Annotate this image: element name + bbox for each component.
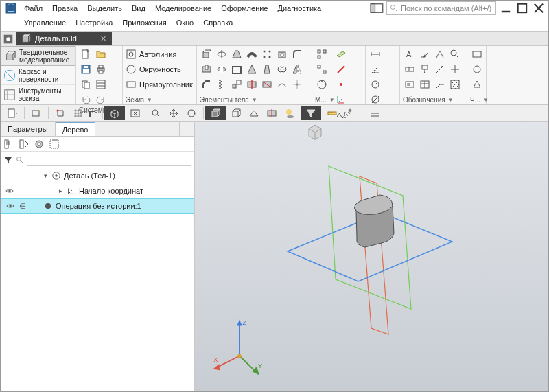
mode-solid[interactable]: Твердотельное моделирование [1,46,75,66]
viewport[interactable]: Z X Y [195,122,548,391]
hole-icon[interactable] [275,47,289,61]
tool-ch2-icon[interactable] [470,62,483,76]
view-cube[interactable] [305,122,325,142]
array3-icon[interactable] [315,78,328,91]
draft-icon[interactable] [260,62,274,76]
rotate-tool[interactable] [181,106,202,120]
cut-extrude-icon[interactable] [200,62,213,76]
home-tab-icon[interactable] [1,32,16,47]
minimize-button[interactable] [499,2,513,14]
loft-icon[interactable] [230,47,244,61]
dim-linear-icon[interactable] [369,47,382,61]
document-tab-close[interactable]: ✕ [100,34,106,43]
aux-point-icon[interactable] [334,78,348,91]
save-icon[interactable] [79,62,93,76]
array2-icon[interactable] [315,62,328,76]
measure-tool[interactable] [325,106,340,120]
axis-icon[interactable] [334,62,348,76]
curve-body-icon[interactable] [275,78,289,91]
tree-search-input[interactable] [27,154,191,166]
side-settings-icon[interactable] [179,122,194,136]
tab-tree[interactable]: Дерево [56,122,96,136]
layout-toggle-icon[interactable] [370,2,384,14]
tab-params[interactable]: Параметры [1,122,56,136]
snap-toggle[interactable] [50,106,71,120]
menu-window[interactable]: Окно [172,17,198,28]
display-style[interactable] [205,106,226,120]
note-hatch-icon[interactable] [448,78,462,91]
pan-tool[interactable] [166,106,181,120]
dim-diameter-icon[interactable] [369,93,382,106]
cut-revolve-icon[interactable] [215,62,229,76]
ortho-toggle[interactable] [86,106,101,120]
menu-diagnostics[interactable]: Диагностика [273,3,325,14]
redo-icon[interactable] [94,93,108,106]
zoom-window[interactable] [145,106,166,120]
pattern-icon[interactable] [260,47,274,61]
revolve-icon[interactable] [215,47,229,61]
copy-icon[interactable] [79,78,93,91]
note-text-icon[interactable]: A [403,47,417,61]
hlr-toggle[interactable] [226,106,246,120]
menu-view[interactable]: Вид [128,3,150,14]
menu-modeling[interactable]: Моделирование [151,3,215,14]
point-body-icon[interactable] [290,78,304,91]
section-view[interactable] [261,106,282,120]
tree-tool4-icon[interactable] [47,137,61,151]
rectangle-button[interactable]: Прямоугольник [126,78,193,91]
tree-tool3-icon[interactable] [32,137,46,151]
note-center-icon[interactable] [448,62,462,76]
open-doc-icon[interactable] [94,47,108,61]
dim-chain-icon[interactable] [369,108,382,122]
include-icon[interactable]: ∈ [17,200,28,211]
thread-icon[interactable] [215,78,229,91]
plane-icon[interactable] [334,47,348,61]
grid-toggle[interactable] [71,106,86,120]
visibility-icon[interactable] [4,185,15,196]
mirror-body-icon[interactable] [290,62,304,76]
menu-file[interactable]: Файл [20,3,47,14]
shadows-toggle[interactable] [282,106,297,120]
extrude-icon[interactable] [200,47,213,61]
note-gtol-icon[interactable] [403,62,417,76]
menu-manage[interactable]: Управление [20,17,70,28]
note-table-icon[interactable] [418,78,432,91]
sweep-icon[interactable] [245,47,259,61]
sketch-begin[interactable] [26,106,47,120]
tree-tool1-icon[interactable] [2,137,16,151]
menu-formatting[interactable]: Оформление [217,3,272,14]
menu-settings[interactable]: Настройка [71,17,117,28]
new-doc-icon[interactable] [79,47,93,61]
tool-ch3-icon[interactable] [470,78,483,91]
mode-wireframe[interactable]: Каркас и поверхности [1,66,75,85]
array-icon[interactable] [315,47,328,61]
expand-icon[interactable]: ▸ [57,187,64,194]
menu-apps[interactable]: Приложения [118,17,170,28]
zoom-fit[interactable] [125,106,145,120]
param-toggle[interactable] [2,106,23,120]
chamfer-icon[interactable] [200,78,213,91]
note-leader-icon[interactable] [433,78,447,91]
properties-icon[interactable] [94,78,108,91]
fillet-icon[interactable] [290,47,304,61]
autoline-button[interactable]: Автолиния [126,47,193,61]
scale-icon[interactable] [230,78,244,91]
tree-tool2-icon[interactable] [17,137,31,151]
note-weld-icon[interactable] [418,47,432,61]
note-rough-icon[interactable] [433,47,447,61]
view-cube-dd[interactable] [104,106,125,120]
menu-help[interactable]: Справка [199,17,237,28]
boolean-icon[interactable] [275,62,289,76]
command-search[interactable]: Поиск по командам (Alt+/) [386,1,496,15]
tree-origin[interactable]: ▸ Начало координат [1,183,194,198]
tree-operation[interactable]: ∈ Операция без истории:1 [1,198,194,214]
rib-icon[interactable] [245,62,259,76]
shell-icon[interactable] [230,62,244,76]
note-balloon-icon[interactable] [448,47,462,61]
split-icon[interactable] [245,78,259,91]
maximize-button[interactable] [515,2,529,14]
tree-root[interactable]: ▾ Деталь (Тел-1) [1,168,194,183]
visibility-icon[interactable] [5,200,16,211]
funnel-icon[interactable] [3,155,13,165]
dim-radius-icon[interactable] [369,78,382,91]
